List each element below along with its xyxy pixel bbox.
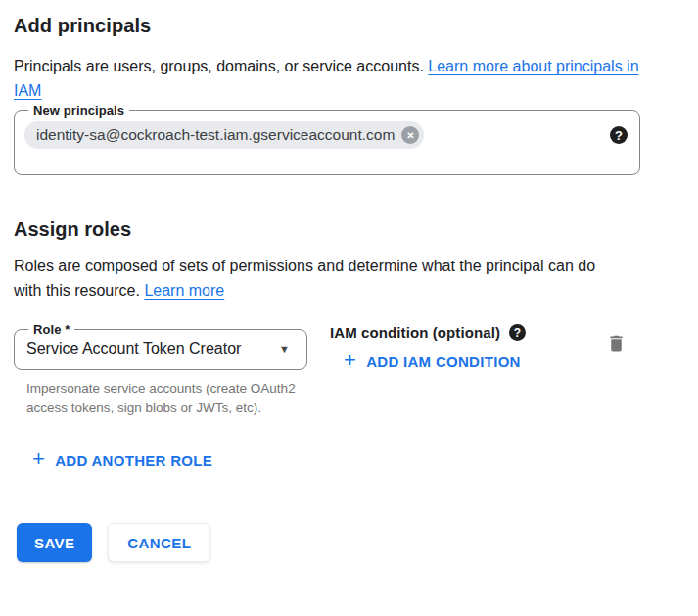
action-buttons-row: SAVE CANCEL	[17, 523, 698, 562]
principal-chip: identity-sa@cockroach-test.iam.gservicea…	[24, 121, 424, 149]
add-iam-condition-label: ADD IAM CONDITION	[366, 354, 521, 370]
role-select-field[interactable]: Role * Service Account Token Creator ▼	[14, 322, 307, 370]
chevron-down-icon: ▼	[279, 343, 290, 355]
add-iam-condition-button[interactable]: + ADD IAM CONDITION	[344, 351, 521, 372]
principal-chip-label: identity-sa@cockroach-test.iam.gservicea…	[36, 126, 395, 144]
new-principals-field[interactable]: New principals identity-sa@cockroach-tes…	[14, 103, 640, 175]
plus-icon: +	[32, 449, 45, 470]
new-principals-label: New principals	[28, 103, 129, 118]
add-another-role-label: ADD ANOTHER ROLE	[55, 452, 212, 469]
save-button[interactable]: SAVE	[17, 523, 92, 562]
principals-help-icon[interactable]: ?	[610, 126, 628, 144]
plus-icon: +	[344, 350, 356, 371]
add-principals-panel: Add principals Principals are users, gro…	[0, 0, 698, 562]
delete-role-button[interactable]	[606, 333, 627, 354]
role-helper-text: Impersonate service accounts (create OAu…	[26, 379, 308, 418]
learn-more-roles-link[interactable]: Learn more	[144, 282, 224, 299]
intro-text-body: Principals are users, groups, domains, o…	[14, 58, 424, 74]
intro-text: Principals are users, groups, domains, o…	[14, 54, 652, 103]
page-title: Add principals	[14, 12, 698, 39]
iam-condition-header: IAM condition (optional) ?	[330, 324, 526, 341]
add-another-role-button[interactable]: + ADD ANOTHER ROLE	[32, 450, 212, 471]
assign-roles-description-body: Roles are composed of sets of permission…	[14, 258, 595, 299]
assign-roles-title: Assign roles	[14, 215, 698, 243]
chip-remove-icon[interactable]: ✕	[401, 126, 419, 144]
iam-condition-help-icon[interactable]: ?	[509, 324, 526, 341]
cancel-button[interactable]: CANCEL	[108, 523, 210, 562]
role-select-value-row[interactable]: Service Account Token Creator ▼	[24, 337, 295, 361]
iam-condition-column: IAM condition (optional) ? + ADD IAM CON…	[330, 322, 526, 372]
iam-condition-label: IAM condition (optional)	[330, 324, 500, 341]
role-column: Role * Service Account Token Creator ▼ I…	[14, 322, 313, 418]
role-binding-row: Role * Service Account Token Creator ▼ I…	[14, 322, 698, 418]
assign-roles-description: Roles are composed of sets of permission…	[14, 254, 621, 303]
role-label: Role *	[28, 322, 74, 337]
new-principals-input-area[interactable]: identity-sa@cockroach-test.iam.gservicea…	[24, 121, 628, 149]
trash-icon	[606, 342, 627, 356]
role-selected-value: Service Account Token Creator	[26, 340, 241, 357]
